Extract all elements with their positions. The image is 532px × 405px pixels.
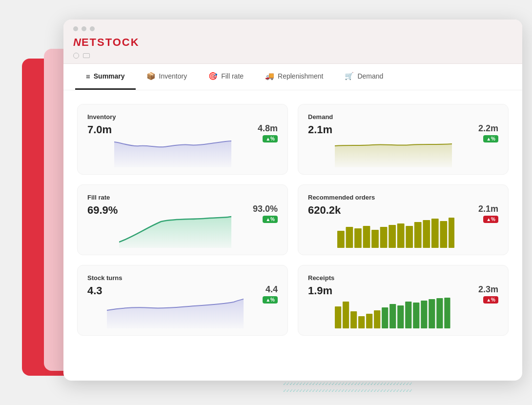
metric-card-fillrate: Fill rate 69.9% 93.0% ▲% [77,184,288,255]
metric-start-stockturns: 4.3 [87,284,102,297]
svg-rect-19 [366,314,372,328]
chart-svg-stockturns [107,293,244,328]
metric-chart-area-stockturns: 4.3 4.4 ▲% [87,284,278,328]
svg-rect-28 [436,298,443,328]
svg-rect-3 [354,228,362,248]
metric-chart-area-demand: 2.1m 2.2m ▲% [308,123,498,167]
tab-fillrate[interactable]: 🎯 Fill rate [198,64,254,90]
metric-end-block-receipts: 2.3m ▲% [478,284,498,304]
demand-icon: 🛒 [345,72,354,81]
svg-rect-8 [397,223,405,248]
metric-end-block-demand: 2.2m ▲% [478,123,498,142]
svg-rect-10 [414,222,422,248]
svg-rect-6 [380,227,388,248]
metric-end-block-inventory: 4.8m ▲% [258,123,278,142]
summary-icon: ≡ [86,72,90,81]
svg-rect-13 [440,221,447,248]
metric-badge-demand: ▲% [483,135,498,142]
inventory-icon: 📦 [146,72,156,81]
svg-rect-23 [397,305,404,328]
tab-summary[interactable]: ≡ Summary [75,64,136,90]
tab-inventory-label: Inventory [159,72,187,80]
address-rect [83,53,90,58]
tab-demand-label: Demand [357,72,383,80]
metric-label-stockturns: Stock turns [87,274,278,282]
svg-rect-14 [449,218,454,248]
metric-badge-fillrate: ▲% [263,216,278,223]
address-circle [73,53,79,59]
dashboard-grid: Inventory 7.0m 4.8m ▲% [63,90,522,345]
logo-text: ETSTOCK [82,36,140,49]
svg-rect-2 [346,227,353,248]
svg-rect-16 [343,302,349,328]
svg-rect-7 [389,225,396,248]
metric-end-fillrate: 93.0% [253,204,278,214]
svg-rect-20 [374,310,380,328]
metric-label-recommended-orders: Recommended orders [308,194,498,201]
browser-window-controls [73,26,512,31]
browser-window: N ETSTOCK ≡ Summary 📦 Inventory 🎯 Fill r… [63,20,522,381]
metric-start-inventory: 7.0m [87,123,112,136]
metric-end-inventory: 4.8m [258,123,278,134]
metric-label-receipts: Receipts [308,274,498,282]
svg-rect-17 [350,311,357,328]
metric-start-recommended-orders: 620.2k [308,204,341,217]
svg-rect-27 [429,299,435,328]
chart-svg-inventory [114,132,231,167]
metric-end-block-recommended-orders: 2.1m ▲% [478,204,498,223]
metric-end-receipts: 2.3m [478,284,498,295]
metric-card-demand: Demand 2.1m 2.2m ▲% [298,104,509,175]
metric-end-demand: 2.2m [478,123,498,134]
svg-rect-1 [337,231,345,248]
chart-svg-fillrate [119,213,231,248]
metric-end-stockturns: 4.4 [266,284,278,295]
metric-start-receipts: 1.9m [308,284,332,297]
metric-chart-area-receipts: 1.9m 2.3m ▲% [308,284,498,328]
svg-rect-5 [371,230,379,248]
window-dot-2 [82,26,86,31]
metric-badge-inventory: ▲% [263,135,278,142]
metric-label-inventory: Inventory [87,113,278,121]
metric-card-stockturns: Stock turns 4.3 4.4 ▲% [77,265,288,336]
fillrate-icon: 🎯 [208,72,218,81]
metric-chart-area-fillrate: 69.9% 93.0% ▲% [87,204,278,248]
svg-rect-4 [363,226,370,248]
svg-rect-11 [423,220,430,248]
metric-badge-stockturns: ▲% [263,296,278,304]
metric-end-block-stockturns: 4.4 ▲% [263,284,278,304]
window-dot-3 [90,26,95,31]
metric-label-demand: Demand [308,113,498,121]
svg-rect-22 [389,304,396,328]
metric-start-demand: 2.1m [308,123,332,136]
svg-rect-21 [382,307,388,328]
metric-end-recommended-orders: 2.1m [478,204,498,214]
svg-rect-18 [358,316,365,328]
replenishment-icon: 🚚 [265,72,274,81]
metric-label-fillrate: Fill rate [87,194,278,201]
metric-chart-area-inventory: 7.0m 4.8m ▲% [87,123,278,167]
tab-fillrate-label: Fill rate [221,72,244,80]
window-dot-1 [73,26,78,31]
tab-demand[interactable]: 🛒 Demand [334,64,394,90]
metric-card-inventory: Inventory 7.0m 4.8m ▲% [77,104,288,175]
tab-summary-label: Summary [94,72,125,80]
logo-n: N [73,36,81,49]
chart-svg-receipts [335,297,454,328]
tab-replenishment[interactable]: 🚚 Replenishment [254,64,334,90]
svg-rect-24 [405,302,411,328]
browser-address-bar [73,53,512,59]
metric-badge-recommended-orders: ▲% [483,216,498,223]
svg-rect-15 [335,306,341,328]
chart-svg-demand [335,132,452,167]
tab-inventory[interactable]: 📦 Inventory [136,64,198,90]
metric-card-recommended-orders: Recommended orders 620.2k 2.1m ▲% [298,184,509,255]
browser-chrome: N ETSTOCK [63,20,522,64]
metric-start-fillrate: 69.9% [87,204,118,217]
metric-end-block-fillrate: 93.0% ▲% [253,204,278,223]
svg-rect-26 [421,301,427,328]
tabs-navigation: ≡ Summary 📦 Inventory 🎯 Fill rate 🚚 Repl… [63,64,522,90]
chart-svg-recommended-orders [337,216,454,248]
metric-chart-area-recommended-orders: 620.2k 2.1m ▲% [308,204,498,248]
app-logo: N ETSTOCK [73,36,512,49]
svg-rect-25 [413,303,419,328]
